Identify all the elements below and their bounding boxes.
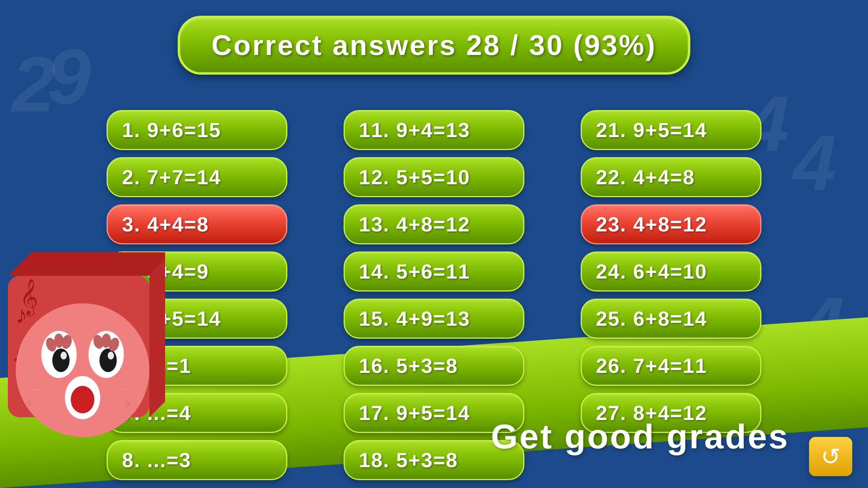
answer-equation: 23. 4+8=12 (596, 213, 707, 236)
answer-item: 23. 4+8=12 (581, 204, 761, 244)
svg-point-12 (61, 352, 67, 360)
bottom-text: Get good grades (491, 416, 789, 457)
answer-item: 2. 7+7=14 (107, 157, 287, 197)
svg-point-11 (99, 349, 117, 372)
svg-text:~: ~ (31, 383, 39, 396)
svg-text:~: ~ (122, 383, 129, 396)
answer-item: 14. 5+6=11 (344, 251, 524, 292)
answer-equation: 26. 7+4=11 (596, 354, 707, 378)
answer-item: 13. 4+8=12 (344, 204, 524, 244)
svg-point-10 (52, 349, 70, 372)
answer-item: 24. 6+4=10 (581, 251, 761, 292)
answer-equation: 17. 9+5=14 (359, 401, 470, 425)
answer-equation: 25. 6+8=14 (596, 307, 707, 330)
answer-item: 12. 5+5=10 (344, 157, 524, 197)
answer-equation: 14. 5+6=11 (359, 260, 470, 283)
mascot: ♪ ♫ ♩ 𝄞 ~ ~ 𝄢 𝄢 (0, 244, 181, 488)
answer-item: 21. 9+5=14 (581, 110, 761, 150)
answer-equation: 18. 5+3=8 (359, 448, 458, 472)
refresh-button[interactable]: ↺ (809, 437, 852, 476)
answer-item: 25. 6+8=14 (581, 299, 761, 339)
answer-item: 26. 7+4=11 (581, 346, 761, 386)
answer-equation: 12. 5+5=10 (359, 165, 470, 189)
score-badge: Correct answers 28 / 30 (93%) (178, 16, 691, 75)
svg-text:𝄢: 𝄢 (26, 400, 33, 412)
answer-equation: 21. 9+5=14 (596, 118, 707, 142)
answer-equation: 24. 6+4=10 (596, 260, 707, 283)
score-text: Correct answers 28 / 30 (93%) (211, 29, 657, 61)
answer-equation: 13. 4+8=12 (359, 213, 470, 236)
answer-item: 15. 4+9=13 (344, 299, 524, 339)
header: Correct answers 28 / 30 (93%) (0, 0, 868, 75)
answer-item: 1. 9+6=15 (107, 110, 287, 150)
svg-marker-2 (149, 252, 165, 417)
svg-text:𝄢: 𝄢 (124, 400, 131, 412)
answer-equation: 2. 7+7=14 (122, 165, 221, 189)
svg-text:𝄞: 𝄞 (20, 279, 38, 317)
refresh-icon: ↺ (821, 443, 840, 470)
svg-marker-1 (8, 252, 165, 276)
answer-equation: 15. 4+9=13 (359, 307, 470, 330)
svg-point-21 (71, 386, 94, 413)
answer-item: 22. 4+4=8 (581, 157, 761, 197)
answer-item: 3. 4+4=8 (107, 204, 287, 244)
answer-equation: 3. 4+4=8 (122, 213, 209, 236)
answer-equation: 11. 9+4=13 (359, 118, 470, 142)
answer-item: 16. 5+3=8 (344, 346, 524, 386)
answer-equation: 22. 4+4=8 (596, 165, 695, 189)
svg-point-13 (108, 352, 114, 360)
answer-equation: 1. 9+6=15 (122, 118, 221, 142)
answer-item: 11. 9+4=13 (344, 110, 524, 150)
answer-equation: 16. 5+3=8 (359, 354, 458, 378)
